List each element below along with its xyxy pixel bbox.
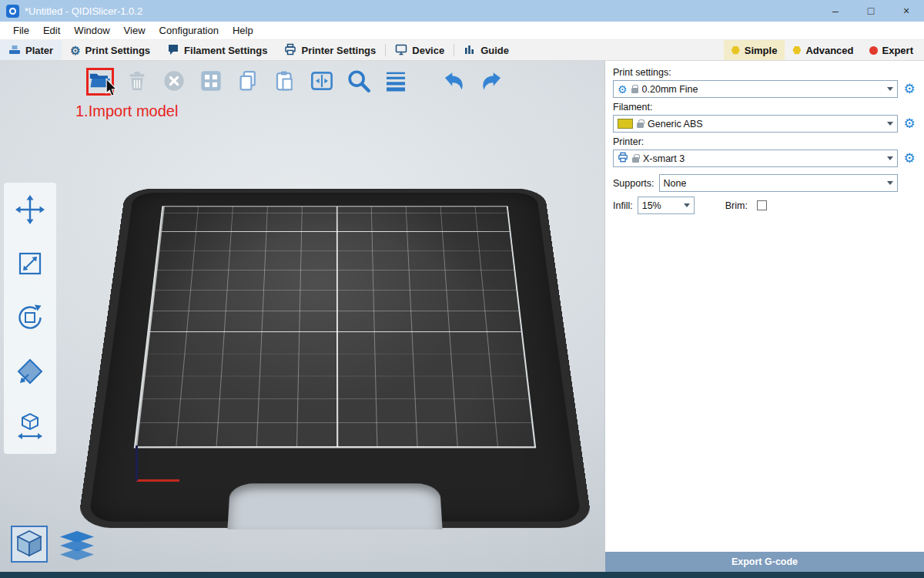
cube-3d-icon xyxy=(16,529,42,560)
settings-tab-bar: Plater ⚙ Print Settings Filament Setting… xyxy=(0,40,924,61)
tutorial-annotation: 1.Import model xyxy=(75,102,178,120)
filament-value: Generic ABS xyxy=(648,119,703,129)
arrange-grid-icon xyxy=(199,69,223,96)
printer-icon xyxy=(284,43,296,58)
move-arrows-icon xyxy=(15,194,45,227)
window-controls: – □ × xyxy=(818,0,924,22)
lock-icon xyxy=(632,157,639,163)
print-settings-gear-button[interactable]: ⚙ xyxy=(902,82,916,96)
mode-switcher: Simple Advanced Expert xyxy=(724,40,924,60)
printer-small-icon xyxy=(618,152,628,165)
mode-label: Advanced xyxy=(805,45,853,56)
title-bar: *Untitled - QIDISlicer-1.0.2 – □ × xyxy=(0,0,924,22)
scale-icon xyxy=(15,248,45,281)
settings-sidebar: Print settings: ⚙ 0.20mm Fine ⚙ Filament… xyxy=(604,61,924,572)
lock-icon xyxy=(637,123,644,128)
arrange-button[interactable] xyxy=(197,68,225,96)
mode-simple[interactable]: Simple xyxy=(724,40,785,60)
tab-separator xyxy=(454,44,454,56)
infill-select[interactable]: 15% xyxy=(638,197,695,214)
gizmo-toolbar xyxy=(4,183,56,454)
infill-value: 15% xyxy=(642,200,661,211)
app-icon xyxy=(6,5,19,18)
trash-icon xyxy=(126,69,149,95)
supports-value: None xyxy=(664,178,687,189)
split-button[interactable] xyxy=(308,68,336,96)
paste-icon xyxy=(273,69,296,96)
print-bed xyxy=(81,61,589,572)
delete-all-button[interactable] xyxy=(160,68,188,96)
copy-icon xyxy=(236,69,259,96)
tab-device[interactable]: Device xyxy=(387,40,453,60)
split-window-icon xyxy=(309,69,335,96)
device-icon xyxy=(395,43,407,58)
plater-toolbar xyxy=(86,68,505,96)
menu-file[interactable]: File xyxy=(6,22,36,39)
tab-label: Print Settings xyxy=(85,45,151,56)
rotate-tool-button[interactable] xyxy=(8,297,52,340)
tab-separator xyxy=(385,44,386,56)
export-gcode-button[interactable]: Export G-code xyxy=(605,552,924,572)
delete-all-icon xyxy=(162,69,186,96)
tab-print-settings[interactable]: ⚙ Print Settings xyxy=(62,40,159,60)
viewport-3d[interactable]: 1.Import model xyxy=(0,61,604,572)
move-tool-button[interactable] xyxy=(8,189,52,232)
filament-gear-button[interactable]: ⚙ xyxy=(902,117,916,130)
scale-tool-button[interactable] xyxy=(8,243,52,286)
place-on-face-tool-button[interactable] xyxy=(8,351,52,394)
menu-configuration[interactable]: Configuration xyxy=(152,22,226,39)
menu-view[interactable]: View xyxy=(117,22,152,39)
measure-tool-button[interactable] xyxy=(8,405,52,448)
mode-expert[interactable]: Expert xyxy=(862,40,921,60)
editor-3d-view-button[interactable] xyxy=(11,526,48,563)
guide-icon xyxy=(464,43,476,58)
flatten-diamond-icon xyxy=(15,356,45,389)
layer-lines-icon xyxy=(383,69,408,96)
search-button[interactable] xyxy=(345,68,373,96)
redo-button[interactable] xyxy=(477,68,505,96)
tab-label: Plater xyxy=(25,45,53,56)
menu-edit[interactable]: Edit xyxy=(36,22,67,39)
z-axis-indicator xyxy=(136,445,138,481)
close-button[interactable]: × xyxy=(889,0,924,22)
profile-gear-icon: ⚙ xyxy=(618,84,628,95)
printer-gear-button[interactable]: ⚙ xyxy=(902,152,916,165)
print-settings-select[interactable]: ⚙ 0.20mm Fine xyxy=(613,80,898,98)
menu-help[interactable]: Help xyxy=(226,22,260,39)
copy-button[interactable] xyxy=(234,68,262,96)
tab-label: Device xyxy=(412,45,444,56)
delete-button[interactable] xyxy=(123,68,151,96)
redo-arrow-icon xyxy=(477,69,505,96)
filament-icon xyxy=(167,43,179,58)
maximize-button[interactable]: □ xyxy=(853,0,889,22)
preview-layers-button[interactable] xyxy=(60,531,94,563)
window-title: *Untitled - QIDISlicer-1.0.2 xyxy=(25,5,142,17)
undo-button[interactable] xyxy=(440,68,468,96)
tab-printer-settings[interactable]: Printer Settings xyxy=(276,40,384,60)
chevron-down-icon xyxy=(887,122,893,126)
print-settings-value: 0.20mm Fine xyxy=(642,84,698,95)
menu-window[interactable]: Window xyxy=(67,22,116,39)
chevron-down-icon xyxy=(887,181,893,185)
bottom-strip xyxy=(0,572,924,578)
printer-select[interactable]: X-smart 3 xyxy=(613,150,898,167)
tab-filament-settings[interactable]: Filament Settings xyxy=(159,40,276,60)
chevron-down-icon xyxy=(684,203,690,207)
paste-button[interactable] xyxy=(271,68,299,96)
brim-checkbox[interactable] xyxy=(757,200,767,210)
infill-label: Infill: xyxy=(613,200,633,211)
tab-guide[interactable]: Guide xyxy=(455,40,517,60)
supports-select[interactable]: None xyxy=(659,174,898,192)
filament-select[interactable]: Generic ABS xyxy=(613,115,898,133)
mode-label: Simple xyxy=(745,45,778,56)
tab-plater[interactable]: Plater xyxy=(0,40,62,60)
tab-label: Guide xyxy=(480,45,509,56)
mode-advanced[interactable]: Advanced xyxy=(785,40,861,60)
minimize-button[interactable]: – xyxy=(818,0,853,22)
printer-value: X-smart 3 xyxy=(643,153,685,164)
plater-icon xyxy=(8,43,21,58)
variable-layer-height-button[interactable] xyxy=(382,68,410,96)
expert-circle-icon xyxy=(869,46,878,55)
filament-color-swatch xyxy=(618,119,633,129)
chevron-down-icon xyxy=(887,87,893,91)
